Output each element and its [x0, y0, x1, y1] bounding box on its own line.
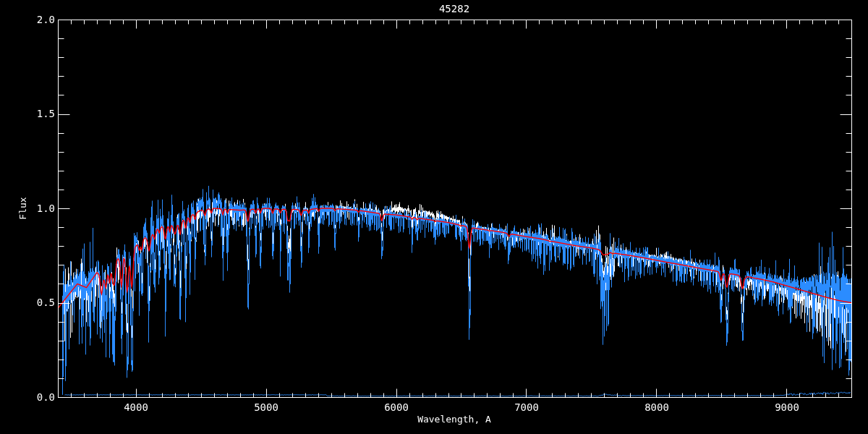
x-tick-label-7000: 7000 — [503, 401, 550, 414]
y-tick-label-0.0: 0.0 — [23, 391, 55, 404]
y-tick-label-0.5: 0.5 — [23, 296, 55, 309]
spectrum-plot-window: 45282 2.0 1.5 1.0 0.5 0.0 4000 5000 6000… — [0, 0, 868, 434]
y-axis-title: Flux — [17, 195, 30, 221]
spectrum-plot-canvas — [0, 0, 868, 434]
x-tick-label-4000: 4000 — [113, 401, 159, 414]
x-tick-label-8000: 8000 — [634, 401, 680, 414]
y-tick-label-2.0: 2.0 — [23, 13, 55, 26]
x-axis-title: Wavelength, A — [20, 413, 868, 426]
plot-title: 45282 — [20, 2, 868, 15]
y-tick-label-1.5: 1.5 — [23, 107, 55, 120]
x-tick-label-6000: 6000 — [373, 401, 420, 414]
x-tick-label-9000: 9000 — [764, 401, 810, 414]
x-tick-label-5000: 5000 — [243, 401, 289, 414]
